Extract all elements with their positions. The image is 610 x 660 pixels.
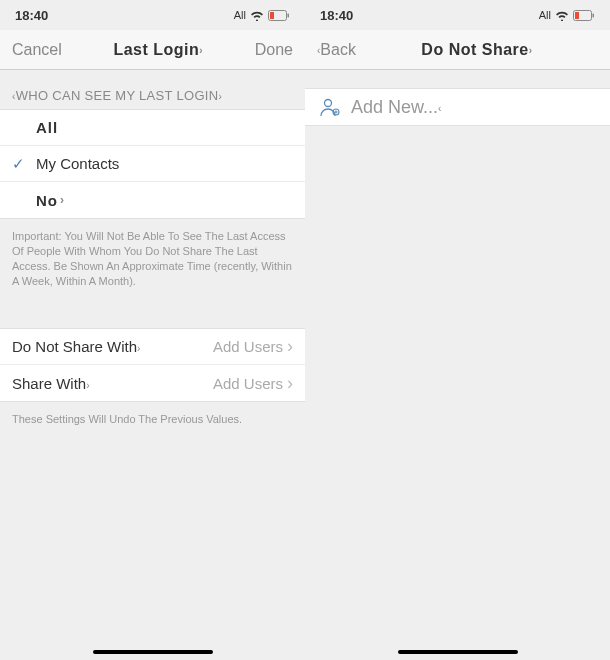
status-bar: 18:40 All bbox=[0, 0, 305, 30]
settings-note: These Settings Will Undo The Previous Va… bbox=[0, 402, 305, 437]
svg-rect-4 bbox=[575, 12, 579, 19]
carrier-label: All bbox=[234, 9, 246, 21]
do-not-share-row[interactable]: Do Not Share With› Add Users › bbox=[0, 329, 305, 365]
add-users-button[interactable]: Add Users › bbox=[213, 373, 293, 394]
wifi-icon bbox=[555, 10, 569, 21]
svg-rect-1 bbox=[270, 12, 274, 19]
status-indicators: All bbox=[153, 9, 291, 21]
cancel-button[interactable]: Cancel bbox=[12, 41, 62, 59]
status-bar: 18:40 All bbox=[305, 0, 610, 30]
add-user-icon bbox=[319, 97, 341, 117]
share-with-label: Share With› bbox=[12, 375, 90, 392]
chevron-icon: › bbox=[86, 379, 89, 390]
option-no[interactable]: No› bbox=[0, 182, 305, 218]
svg-rect-5 bbox=[593, 13, 595, 17]
status-indicators: All bbox=[458, 9, 596, 21]
screen-last-login: 18:40 All Cancel Last Login› Done ‹WHO C… bbox=[0, 0, 305, 660]
screen-do-not-share: 18:40 All ‹Back Do Not Share› Add New. bbox=[305, 0, 610, 660]
nav-title: Last Login› bbox=[113, 41, 203, 59]
chevron-icon: › bbox=[199, 45, 203, 56]
battery-icon bbox=[268, 10, 290, 21]
status-time: 18:40 bbox=[320, 8, 458, 23]
checkmark-icon: ✓ bbox=[12, 155, 25, 173]
svg-rect-2 bbox=[288, 13, 290, 17]
nav-title: Do Not Share› bbox=[421, 41, 532, 59]
section-header: ‹WHO CAN SEE MY LAST LOGIN› bbox=[0, 70, 305, 109]
option-all[interactable]: All bbox=[0, 110, 305, 146]
done-button[interactable]: Done bbox=[255, 41, 293, 59]
nav-bar: ‹Back Do Not Share› bbox=[305, 30, 610, 70]
battery-icon bbox=[573, 10, 595, 21]
share-with-row[interactable]: Share With› Add Users › bbox=[0, 365, 305, 401]
visibility-options-list: All ✓ My Contacts No› bbox=[0, 109, 305, 219]
add-new-label: Add New...‹ bbox=[351, 97, 441, 118]
carrier-label: All bbox=[539, 9, 551, 21]
wifi-icon bbox=[250, 10, 264, 21]
chevron-icon: ‹ bbox=[438, 102, 441, 113]
nav-bar: Cancel Last Login› Done bbox=[0, 30, 305, 70]
add-users-button[interactable]: Add Users › bbox=[213, 336, 293, 357]
important-note: Important: You Will Not Be Able To See T… bbox=[0, 219, 305, 298]
chevron-right-icon: › bbox=[287, 336, 293, 357]
chevron-icon: › bbox=[529, 45, 533, 56]
option-my-contacts[interactable]: ✓ My Contacts bbox=[0, 146, 305, 182]
back-button[interactable]: ‹Back bbox=[317, 41, 356, 59]
do-not-share-label: Do Not Share With› bbox=[12, 338, 140, 355]
chevron-icon: › bbox=[218, 91, 222, 102]
home-indicator[interactable] bbox=[93, 650, 213, 654]
status-time: 18:40 bbox=[15, 8, 153, 23]
home-indicator[interactable] bbox=[398, 650, 518, 654]
share-list: Do Not Share With› Add Users › Share Wit… bbox=[0, 328, 305, 402]
chevron-icon: › bbox=[60, 193, 65, 207]
add-new-row[interactable]: Add New...‹ bbox=[305, 88, 610, 126]
svg-point-6 bbox=[325, 100, 332, 107]
chevron-icon: › bbox=[137, 343, 140, 354]
chevron-right-icon: › bbox=[287, 373, 293, 394]
